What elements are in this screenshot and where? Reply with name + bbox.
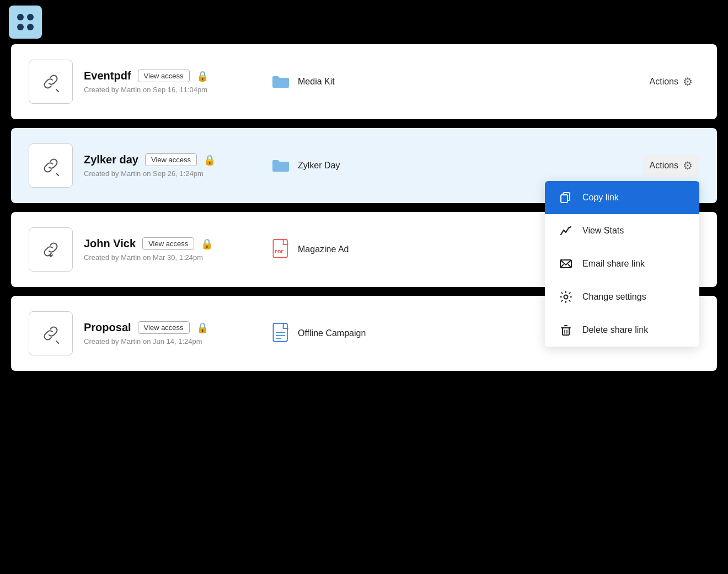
- dropdown-item-delete-link[interactable]: Delete share link: [545, 313, 699, 347]
- dropdown-item-view-stats[interactable]: View Stats: [545, 214, 699, 247]
- actions-area-zylker: Actions ⚙ Copy link: [643, 155, 699, 177]
- link-meta-proposal: Created by Martin on Jun 14, 1:24pm: [84, 337, 238, 346]
- gear-icon-zylker: ⚙: [683, 159, 693, 172]
- link-name-eventpdf: Eventpdf View access 🔒: [84, 70, 238, 82]
- actions-dropdown-zylker: Copy link View Stats: [545, 181, 699, 347]
- file-info-eventpdf: Media Kit: [271, 72, 643, 92]
- link-info-johnvick: John Vick View access 🔒 Created by Marti…: [84, 237, 238, 262]
- svg-rect-11: [273, 240, 287, 258]
- link-info-zylker: Zylker day View access 🔒 Created by Mart…: [84, 153, 238, 178]
- email-icon: [558, 256, 574, 272]
- dropdown-item-change-settings[interactable]: Change settings: [545, 280, 699, 313]
- card-zylkerday: Zylker day View access 🔒 Created by Mart…: [11, 128, 717, 203]
- actions-btn-eventpdf[interactable]: Actions ⚙: [643, 71, 699, 93]
- svg-text:PDF: PDF: [275, 249, 283, 254]
- logo-dot: [27, 14, 34, 20]
- top-bar: [0, 0, 728, 44]
- view-access-btn-johnvick[interactable]: View access: [142, 237, 194, 250]
- lock-icon-proposal: 🔒: [196, 322, 208, 334]
- lock-icon-zylker: 🔒: [204, 154, 216, 166]
- link-meta-eventpdf: Created by Martin on Sep 16, 11:04pm: [84, 86, 238, 94]
- link-icon-box-zylker: [29, 144, 73, 188]
- svg-point-5: [564, 295, 568, 299]
- cards-list: Eventpdf View access 🔒 Created by Martin…: [0, 44, 728, 380]
- file-name-eventpdf: Media Kit: [298, 77, 335, 87]
- copy-link-icon: [558, 190, 574, 205]
- link-icon-zylker: [39, 153, 63, 178]
- dropdown-item-email-share[interactable]: Email share link: [545, 247, 699, 280]
- doc-icon-proposal: [271, 322, 291, 344]
- file-info-zylker: Zylker Day: [271, 156, 643, 176]
- link-meta-johnvick: Created by Martin on Mar 30, 1:24pm: [84, 253, 238, 262]
- lock-icon-eventpdf: 🔒: [196, 70, 208, 82]
- link-name-johnvick: John Vick View access 🔒: [84, 237, 238, 250]
- link-meta-zylker: Created by Martin on Sep 26, 1:24pm: [84, 169, 238, 178]
- link-icon: [39, 70, 63, 94]
- app-logo: [9, 6, 42, 39]
- lock-icon-johnvick: 🔒: [201, 238, 213, 250]
- card-eventpdf: Eventpdf View access 🔒 Created by Martin…: [11, 44, 717, 119]
- logo-dot: [17, 24, 24, 30]
- link-info-proposal: Proposal View access 🔒 Created by Martin…: [84, 321, 238, 346]
- link-icon-johnvick: [39, 237, 63, 262]
- link-name-proposal: Proposal View access 🔒: [84, 321, 238, 334]
- folder-icon-eventpdf: [271, 72, 291, 92]
- view-access-btn-proposal[interactable]: View access: [138, 321, 190, 334]
- actions-area-eventpdf: Actions ⚙: [643, 71, 699, 93]
- logo-dot: [27, 24, 34, 30]
- file-name-proposal: Offline Campaign: [298, 328, 366, 338]
- folder-icon-zylker: [271, 156, 291, 176]
- view-access-btn-eventpdf[interactable]: View access: [138, 70, 190, 82]
- link-name-zylker: Zylker day View access 🔒: [84, 153, 238, 166]
- pdf-icon-johnvick: PDF: [271, 238, 291, 261]
- actions-btn-zylker[interactable]: Actions ⚙: [643, 155, 699, 177]
- logo-dot: [17, 14, 24, 20]
- view-access-btn-zylker[interactable]: View access: [145, 153, 197, 166]
- file-name-johnvick: Magazine Ad: [298, 245, 349, 254]
- stats-icon: [558, 223, 574, 238]
- link-icon-box-johnvick: [29, 227, 73, 272]
- gear-icon-eventpdf: ⚙: [683, 75, 693, 88]
- file-name-zylker: Zylker Day: [298, 161, 340, 171]
- link-info-eventpdf: Eventpdf View access 🔒 Created by Martin…: [84, 70, 238, 94]
- svg-rect-1: [561, 195, 568, 203]
- settings-icon: [558, 289, 574, 305]
- svg-rect-6: [563, 328, 569, 335]
- link-icon-box: [29, 60, 73, 104]
- link-icon-box-proposal: [29, 311, 73, 355]
- link-icon-proposal: [39, 321, 63, 346]
- dropdown-item-copy-link[interactable]: Copy link: [545, 181, 699, 214]
- trash-icon: [558, 322, 574, 338]
